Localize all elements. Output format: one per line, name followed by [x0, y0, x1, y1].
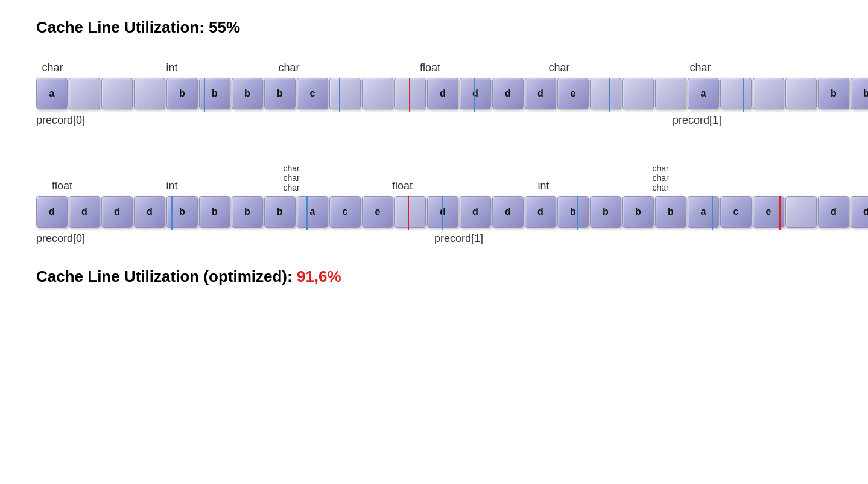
memory-block: a — [688, 78, 719, 109]
memory-block: b — [232, 196, 263, 228]
memory-block: b — [557, 196, 589, 228]
memory-block — [655, 78, 686, 109]
memory-block — [134, 78, 165, 109]
blue-divider — [339, 78, 340, 112]
blue-divider — [442, 196, 443, 230]
memory-block: c — [329, 196, 361, 228]
blue-divider — [712, 196, 713, 230]
blue-divider — [204, 78, 205, 112]
top-record-label-0: precord[0] — [36, 114, 85, 127]
memory-block — [785, 78, 817, 109]
memory-block — [329, 78, 361, 109]
memory-block — [720, 78, 752, 109]
memory-block: d — [460, 196, 491, 228]
blue-divider — [743, 78, 744, 112]
bottom-title-prefix: Cache Line Utilization (optimized): — [36, 267, 297, 285]
memory-block: c — [720, 196, 752, 228]
memory-block: d — [818, 196, 849, 228]
memory-block: c — [297, 78, 328, 109]
btype-float2: float — [386, 180, 419, 193]
memory-block: d — [851, 196, 868, 228]
memory-block: b — [622, 196, 654, 228]
red-divider — [409, 78, 410, 112]
memory-block: b — [851, 78, 868, 109]
memory-block: d — [69, 196, 100, 228]
memory-block — [362, 78, 393, 109]
top-blocks-row: abbbbcddddeabb — [36, 78, 868, 109]
red-divider — [408, 196, 409, 230]
memory-block: b — [199, 196, 230, 228]
memory-block: d — [525, 78, 556, 109]
type-label-float1: float — [414, 62, 446, 74]
type-label-int1: int — [156, 62, 188, 74]
memory-block: b — [232, 78, 263, 109]
memory-block: d — [492, 196, 524, 228]
bottom-title-value: 91,6% — [297, 267, 341, 285]
btype-int2: int — [527, 180, 560, 193]
memory-block — [394, 196, 426, 228]
memory-block — [101, 78, 133, 109]
memory-block: d — [492, 78, 524, 109]
memory-block — [785, 196, 817, 228]
bottom-record-labels: precord[0] precord[1] — [36, 232, 832, 249]
top-record-labels: precord[0] precord[1] — [36, 114, 832, 131]
memory-block: d — [525, 196, 556, 228]
bottom-record-label-0: precord[0] — [36, 232, 85, 245]
blue-divider — [577, 196, 578, 230]
bottom-title: Cache Line Utilization (optimized): 91,6… — [36, 267, 832, 286]
memory-block: b — [264, 78, 296, 109]
memory-block — [622, 78, 654, 109]
memory-block: b — [264, 196, 296, 228]
bottom-diagram: float int char char char float int char … — [36, 173, 832, 249]
top-diagram: char int char float char char abbbbcdddd… — [36, 55, 832, 131]
memory-block: b — [818, 78, 849, 109]
memory-block — [753, 78, 784, 109]
btype-charcharchar2: char char char — [644, 164, 677, 193]
memory-block: b — [655, 196, 686, 228]
top-record-label-1: precord[1] — [673, 114, 721, 127]
type-label-char3: char — [543, 62, 575, 74]
memory-block: a — [36, 78, 68, 109]
memory-block — [69, 78, 100, 109]
memory-block: b — [166, 78, 198, 109]
blue-divider — [171, 196, 173, 230]
memory-block: b — [590, 196, 621, 228]
memory-block: a — [297, 196, 328, 228]
memory-block: d — [101, 196, 133, 228]
memory-block: d — [427, 78, 458, 109]
memory-block: a — [688, 196, 719, 228]
memory-block — [590, 78, 621, 109]
red-divider — [779, 196, 781, 230]
memory-block: d — [460, 78, 491, 109]
type-label-char2: char — [273, 62, 305, 74]
blue-divider — [609, 78, 610, 112]
blue-divider — [306, 196, 308, 230]
memory-block: d — [427, 196, 458, 228]
btype-charcharchar1: char char char — [275, 164, 308, 193]
btype-int1: int — [156, 180, 188, 193]
type-label-char4: char — [684, 62, 717, 74]
top-title: Cache Line Utilization: 55% — [36, 18, 832, 37]
memory-block: e — [557, 78, 589, 109]
memory-block: d — [36, 196, 68, 228]
btype-float1: float — [46, 180, 78, 193]
memory-block: e — [362, 196, 393, 228]
memory-block: d — [134, 196, 165, 228]
bottom-record-label-1: precord[1] — [434, 232, 483, 245]
memory-block — [394, 78, 426, 109]
bottom-blocks-row: ddddbbbbaceddddbbbbacedd — [36, 196, 868, 228]
type-label-char1: char — [36, 62, 69, 74]
blue-divider — [474, 78, 475, 112]
